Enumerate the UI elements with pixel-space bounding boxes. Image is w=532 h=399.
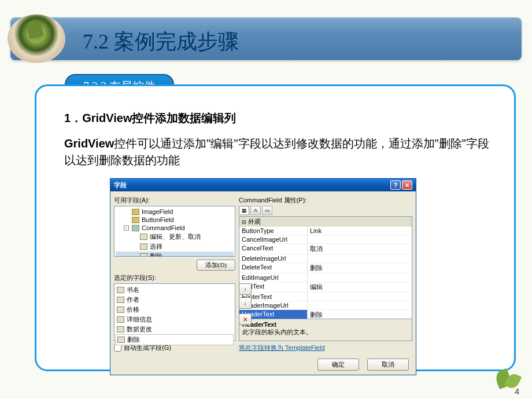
prop-page-icon[interactable]: ▭ <box>262 206 272 215</box>
remove-button[interactable]: ✕ <box>239 313 252 325</box>
convert-template-link[interactable]: 将此字段转换为 TemplateField <box>239 344 325 351</box>
prop-sort-az-icon[interactable]: A <box>250 206 261 215</box>
desc-rest: 控件可以通过添加"编辑"字段以达到修改数据的功能，通过添加"删除"字段以达到删除… <box>64 137 489 167</box>
property-row[interactable]: EditImageUrl <box>239 274 412 282</box>
move-up-button[interactable]: ↑ <box>239 283 252 295</box>
dialog-title-text: 字段 <box>114 181 127 190</box>
move-down-button[interactable]: ↓ <box>239 297 252 309</box>
property-row[interactable]: CancelText取消 <box>239 244 412 254</box>
tree-item[interactable]: ButtonField <box>116 216 234 224</box>
property-row[interactable]: HeaderImageUrl <box>239 301 412 310</box>
tree-item[interactable]: 编辑、更新、取消 <box>116 232 234 242</box>
property-row[interactable]: FooterText <box>239 293 412 301</box>
add-button[interactable]: 添加(D) <box>197 260 235 271</box>
list-item[interactable]: 删除 <box>116 334 234 345</box>
property-toolbar: ▦ A ▭ <box>239 206 412 215</box>
property-row[interactable]: DeleteText删除 <box>239 263 412 274</box>
available-fields-tree[interactable]: ImageFieldButtonField-CommandField编辑、更新、… <box>114 206 235 257</box>
content-description: GridView控件可以通过添加"编辑"字段以达到修改数据的功能，通过添加"删除… <box>64 135 491 169</box>
header-decorative-photo <box>8 14 65 63</box>
property-section[interactable]: 外观 <box>239 217 412 227</box>
list-item[interactable]: 书名 <box>116 285 234 295</box>
prop-sort-cat-icon[interactable]: ▦ <box>239 206 249 215</box>
page-title: 7.2 案例完成步骤 <box>83 28 239 56</box>
content-area: 1．GridView控件添加数据编辑列 GridView控件可以通过添加"编辑"… <box>64 110 491 169</box>
help-button[interactable]: ? <box>390 180 401 190</box>
property-row[interactable]: DeleteImageUrl <box>239 254 412 263</box>
property-row[interactable]: CancelImageUrl <box>239 235 412 244</box>
heading-gridview: GridView <box>82 112 132 124</box>
dialog-titlebar[interactable]: 字段 ? ✕ <box>110 179 416 191</box>
property-row[interactable]: ButtonTypeLink <box>239 227 412 235</box>
selected-fields-label: 选定的字段(S): <box>114 274 235 282</box>
tree-item[interactable]: 删除 <box>116 252 234 257</box>
tree-item[interactable]: -CommandField <box>116 224 234 232</box>
property-description: HeaderText 此字段的标头内的文本。 <box>239 319 412 341</box>
ok-button[interactable]: 确定 <box>317 359 359 371</box>
property-row[interactable]: EditText编辑 <box>239 282 412 293</box>
list-item[interactable]: 价格 <box>116 305 234 315</box>
fields-dialog: 字段 ? ✕ 可用字段(A): ImageFieldButtonField-Co… <box>110 178 416 375</box>
header-band: 7.2 案例完成步骤 <box>10 17 522 60</box>
heading-rest: 控件添加数据编辑列 <box>132 112 236 124</box>
list-item[interactable]: 数据更改 <box>116 324 234 334</box>
tree-item[interactable]: ImageField <box>116 208 234 216</box>
property-row[interactable]: HeaderText删除 <box>239 310 412 319</box>
list-item[interactable]: 作者 <box>116 295 234 305</box>
prop-desc-text: 此字段的标头内的文本。 <box>242 328 312 335</box>
page-number: 4 <box>515 387 519 396</box>
cancel-button[interactable]: 取消 <box>367 359 409 371</box>
tree-item[interactable]: 选择 <box>116 242 234 252</box>
selected-fields-list[interactable]: 书名作者价格详细信息数据更改删除 <box>114 283 235 341</box>
close-button[interactable]: ✕ <box>402 180 412 190</box>
heading-number: 1． <box>64 112 82 124</box>
property-grid[interactable]: 外观ButtonTypeLinkCancelImageUrlCancelText… <box>239 216 412 319</box>
content-heading: 1．GridView控件添加数据编辑列 <box>64 110 491 126</box>
list-item[interactable]: 详细信息 <box>116 315 234 324</box>
property-label: CommandField 属性(P): <box>239 196 412 205</box>
desc-gridview: GridView <box>64 137 114 150</box>
available-fields-label: 可用字段(A): <box>114 196 235 205</box>
